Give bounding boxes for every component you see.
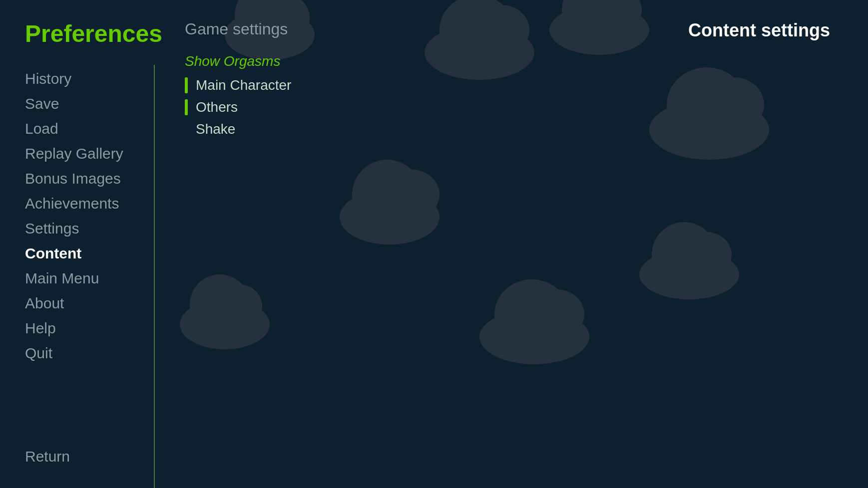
main-character-indicator: [185, 77, 188, 93]
sidebar-item-bonus-images[interactable]: Bonus Images: [25, 167, 140, 190]
main-character-item[interactable]: Main Character: [185, 74, 658, 96]
show-orgasms-label[interactable]: Show Orgasms: [185, 53, 658, 69]
others-item[interactable]: Others: [185, 96, 658, 118]
sidebar-item-achievements[interactable]: Achievements: [25, 192, 140, 215]
game-settings-panel: Game settings Show Orgasms Main Characte…: [185, 20, 658, 468]
page-title: Preferences: [25, 20, 140, 47]
sidebar-item-help[interactable]: Help: [25, 317, 140, 340]
sidebar-item-save[interactable]: Save: [25, 92, 140, 115]
main-character-label: Main Character: [196, 77, 291, 93]
sidebar-item-content[interactable]: Content: [25, 242, 140, 265]
sidebar-item-quit[interactable]: Quit: [25, 342, 140, 365]
nav-items: HistorySaveLoadReplay GalleryBonus Image…: [25, 67, 140, 445]
shake-label: Shake: [196, 121, 235, 137]
content-settings-panel: Content settings: [688, 20, 838, 468]
main-container: Preferences HistorySaveLoadReplay Galler…: [0, 0, 868, 488]
sidebar-item-main-menu[interactable]: Main Menu: [25, 267, 140, 290]
sidebar-item-history[interactable]: History: [25, 67, 140, 90]
content-settings-title: Content settings: [688, 20, 838, 41]
content-area: Game settings Show Orgasms Main Characte…: [155, 0, 868, 488]
game-settings-title: Game settings: [185, 20, 658, 38]
others-label: Others: [196, 99, 238, 115]
shake-item[interactable]: Shake: [185, 118, 658, 140]
sidebar: Preferences HistorySaveLoadReplay Galler…: [0, 0, 155, 488]
sidebar-divider: [154, 65, 155, 488]
nav-item-return[interactable]: Return: [25, 445, 140, 468]
sidebar-item-replay-gallery[interactable]: Replay Gallery: [25, 142, 140, 165]
sidebar-item-load[interactable]: Load: [25, 117, 140, 140]
others-indicator: [185, 99, 188, 115]
sidebar-item-about[interactable]: About: [25, 292, 140, 315]
sidebar-item-settings[interactable]: Settings: [25, 217, 140, 240]
